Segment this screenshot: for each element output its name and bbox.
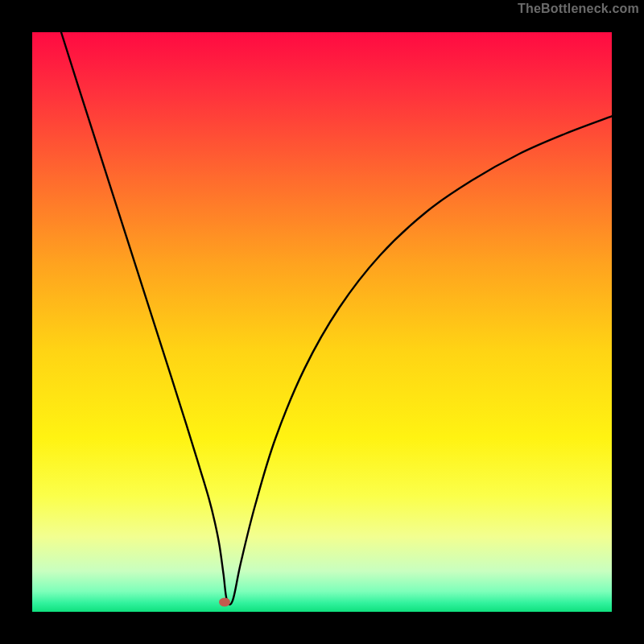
bottleneck-point-marker xyxy=(219,598,230,607)
bottleneck-curve xyxy=(61,32,616,605)
curve-layer xyxy=(32,32,612,612)
plot-area xyxy=(32,32,612,612)
chart-stage: TheBottleneck.com xyxy=(0,0,644,644)
watermark: TheBottleneck.com xyxy=(518,2,639,16)
